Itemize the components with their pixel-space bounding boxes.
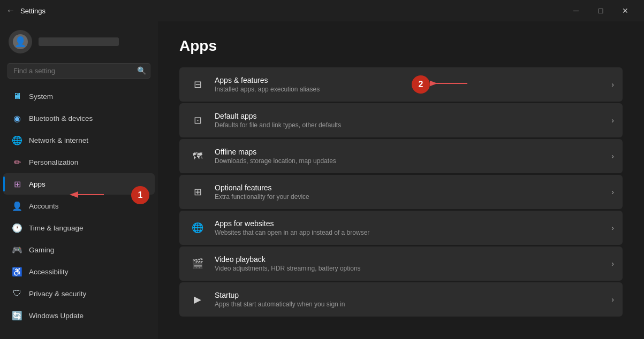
default-apps-desc: Defaults for file and link types, other … bbox=[215, 121, 606, 129]
offline-maps-title: Offline maps bbox=[215, 148, 606, 156]
nav-list: 🖥 System ◉ Bluetooth & devices 🌐 Network… bbox=[0, 85, 158, 327]
sidebar-item-label: System bbox=[29, 93, 53, 101]
video-playback-desc: Video adjustments, HDR streaming, batter… bbox=[215, 265, 606, 272]
settings-item-video-playback[interactable]: 🎬 Video playback Video adjustments, HDR … bbox=[179, 246, 623, 281]
sidebar-item-label: Apps bbox=[29, 180, 46, 188]
sidebar-item-privacy[interactable]: 🛡 Privacy & security bbox=[3, 283, 155, 304]
sidebar-item-update[interactable]: 🔄 Windows Update bbox=[3, 305, 155, 326]
apps-websites-desc: Websites that can open in an app instead… bbox=[215, 229, 606, 236]
window-controls: ─ □ ✕ bbox=[564, 2, 638, 19]
annotation-badge-2: 2 bbox=[412, 75, 430, 94]
startup-chevron: › bbox=[611, 295, 614, 304]
sidebar-item-accessibility[interactable]: ♿ Accessibility bbox=[3, 261, 155, 282]
optional-features-desc: Extra functionality for your device bbox=[215, 193, 606, 201]
accounts-icon: 👤 bbox=[12, 201, 22, 211]
video-playback-title: Video playback bbox=[215, 255, 606, 264]
sidebar-item-label: Personalization bbox=[29, 158, 78, 166]
default-apps-icon: ⊡ bbox=[188, 111, 207, 130]
sidebar-item-network[interactable]: 🌐 Network & internet bbox=[3, 129, 155, 151]
offline-maps-icon: 🗺 bbox=[188, 147, 207, 166]
annotation-badge-1: 1 bbox=[131, 186, 149, 204]
sidebar-item-system[interactable]: 🖥 System bbox=[3, 86, 155, 107]
network-icon: 🌐 bbox=[12, 135, 22, 145]
maximize-button[interactable]: □ bbox=[588, 2, 613, 19]
username-bar bbox=[39, 37, 119, 46]
main-content: Apps ⊟ Apps & features Installed apps, a… bbox=[158, 21, 644, 339]
personalization-icon: ✏ bbox=[12, 157, 22, 167]
accessibility-icon: ♿ bbox=[12, 266, 22, 277]
settings-item-startup[interactable]: ▶ Startup Apps that start automatically … bbox=[179, 282, 623, 317]
sidebar-item-time[interactable]: 🕐 Time & language bbox=[3, 217, 155, 238]
optional-features-title: Optional features bbox=[215, 183, 606, 192]
update-icon: 🔄 bbox=[12, 310, 22, 321]
startup-desc: Apps that start automatically when you s… bbox=[215, 301, 606, 308]
sidebar-item-label: Bluetooth & devices bbox=[29, 114, 93, 122]
apps-websites-title: Apps for websites bbox=[215, 219, 606, 228]
apps-features-desc: Installed apps, app execution aliases bbox=[215, 86, 606, 93]
sidebar-item-label: Accounts bbox=[29, 202, 59, 210]
sidebar-item-label: Privacy & security bbox=[29, 290, 86, 298]
offline-maps-desc: Downloads, storage location, map updates bbox=[215, 157, 606, 165]
settings-item-optional-features[interactable]: ⊞ Optional features Extra functionality … bbox=[179, 175, 623, 209]
titlebar: ← Settings ─ □ ✕ bbox=[0, 0, 644, 21]
offline-maps-chevron: › bbox=[611, 152, 614, 160]
sidebar-item-gaming[interactable]: 🎮 Gaming bbox=[3, 239, 155, 260]
settings-item-apps-features[interactable]: ⊟ Apps & features Installed apps, app ex… bbox=[179, 67, 623, 102]
apps-websites-icon: 🌐 bbox=[188, 218, 207, 237]
settings-item-default-apps[interactable]: ⊡ Default apps Defaults for file and lin… bbox=[179, 103, 623, 137]
search-container: 🔍 bbox=[0, 61, 158, 85]
gaming-icon: 🎮 bbox=[12, 244, 22, 255]
close-button[interactable]: ✕ bbox=[613, 2, 638, 19]
sidebar: 👤 🔍 🖥 System ◉ Bluetooth & devices 🌐 Net… bbox=[0, 21, 158, 339]
sidebar-item-label: Gaming bbox=[29, 246, 54, 254]
sidebar-item-label: Accessibility bbox=[29, 268, 69, 276]
apps-websites-chevron: › bbox=[611, 224, 614, 232]
video-playback-icon: 🎬 bbox=[188, 254, 207, 273]
avatar-icon: 👤 bbox=[13, 34, 28, 49]
sidebar-item-personalization[interactable]: ✏ Personalization bbox=[3, 151, 155, 173]
default-apps-title: Default apps bbox=[215, 112, 606, 120]
system-icon: 🖥 bbox=[12, 91, 22, 102]
privacy-icon: 🛡 bbox=[12, 288, 22, 299]
apps-features-icon: ⊟ bbox=[188, 75, 207, 94]
sidebar-item-apps[interactable]: ⊞ Apps 1 bbox=[3, 173, 155, 195]
sidebar-item-bluetooth[interactable]: ◉ Bluetooth & devices bbox=[3, 107, 155, 129]
avatar: 👤 bbox=[9, 30, 32, 53]
startup-icon: ▶ bbox=[188, 290, 207, 309]
default-apps-chevron: › bbox=[611, 116, 614, 125]
optional-features-icon: ⊞ bbox=[188, 182, 207, 202]
settings-list: ⊟ Apps & features Installed apps, app ex… bbox=[179, 67, 623, 317]
app-body: 👤 🔍 🖥 System ◉ Bluetooth & devices 🌐 Net… bbox=[0, 21, 644, 339]
settings-item-offline-maps[interactable]: 🗺 Offline maps Downloads, storage locati… bbox=[179, 139, 623, 173]
titlebar-left: ← Settings bbox=[6, 6, 46, 16]
apps-icon: ⊞ bbox=[12, 179, 22, 189]
sidebar-item-label: Windows Update bbox=[29, 312, 84, 320]
page-title: Apps bbox=[179, 37, 623, 55]
startup-title: Startup bbox=[215, 291, 606, 299]
settings-item-apps-websites[interactable]: 🌐 Apps for websites Websites that can op… bbox=[179, 211, 623, 245]
minimize-button[interactable]: ─ bbox=[564, 2, 588, 19]
sidebar-item-label: Network & internet bbox=[29, 136, 88, 144]
apps-features-chevron: › bbox=[611, 80, 614, 89]
apps-features-title: Apps & features bbox=[215, 76, 606, 84]
video-playback-chevron: › bbox=[611, 259, 614, 268]
search-input[interactable] bbox=[7, 63, 150, 79]
back-button[interactable]: ← bbox=[6, 6, 15, 16]
optional-features-chevron: › bbox=[611, 188, 614, 196]
app-title: Settings bbox=[20, 7, 46, 15]
time-icon: 🕐 bbox=[12, 222, 22, 233]
search-icon[interactable]: 🔍 bbox=[137, 66, 146, 75]
user-profile[interactable]: 👤 bbox=[0, 21, 158, 61]
bluetooth-icon: ◉ bbox=[12, 113, 22, 124]
sidebar-item-label: Time & language bbox=[29, 224, 84, 232]
